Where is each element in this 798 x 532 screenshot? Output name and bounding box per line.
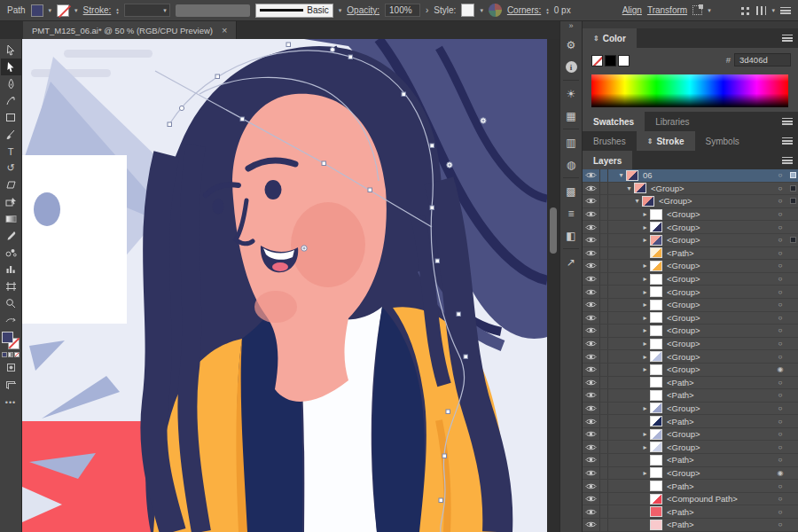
expand-chevron-icon[interactable]: ▸ bbox=[640, 288, 650, 296]
target-circle-icon[interactable]: ○ bbox=[773, 353, 787, 361]
layer-row[interactable]: ▸ <Group> ○ bbox=[583, 338, 798, 351]
layer-row[interactable]: ▾ <Group> ○ bbox=[583, 195, 798, 208]
brush-caret-icon[interactable]: ▾ bbox=[339, 7, 342, 14]
layer-label[interactable]: <Group> bbox=[667, 468, 773, 478]
layer-row[interactable]: ▸ <Group> ○ bbox=[583, 350, 798, 364]
expand-chevron-icon[interactable]: ▸ bbox=[640, 223, 650, 231]
layer-label[interactable]: <Group> bbox=[667, 209, 773, 219]
layer-label[interactable]: <Path> bbox=[667, 417, 773, 426]
layer-thumbnail[interactable] bbox=[650, 481, 662, 491]
lock-column[interactable] bbox=[600, 415, 608, 427]
expand-chevron-icon[interactable]: ▸ bbox=[640, 340, 650, 348]
scrollbar-thumb[interactable] bbox=[550, 207, 557, 254]
layer-label[interactable]: <Path> bbox=[667, 248, 773, 258]
stroke-caret-icon[interactable]: ▾ bbox=[74, 7, 78, 14]
layer-label[interactable]: <Group> bbox=[667, 235, 773, 245]
opacity-value-field[interactable]: 100% bbox=[385, 4, 420, 17]
target-circle-icon[interactable]: ○ bbox=[773, 391, 787, 399]
layer-thumbnail[interactable] bbox=[650, 403, 662, 413]
color-button[interactable] bbox=[2, 352, 7, 357]
lock-column[interactable] bbox=[600, 195, 608, 207]
stroke-profile-control[interactable] bbox=[176, 4, 250, 17]
visibility-eye-icon[interactable] bbox=[583, 364, 600, 376]
expand-chevron-icon[interactable]: ▸ bbox=[640, 404, 650, 412]
layer-thumbnail[interactable] bbox=[650, 235, 662, 246]
paintbrush-tool[interactable] bbox=[1, 126, 21, 143]
target-circle-icon[interactable]: ○ bbox=[773, 184, 787, 192]
target-circle-icon[interactable]: ○ bbox=[773, 236, 787, 244]
target-circle-icon[interactable]: ○ bbox=[773, 314, 787, 322]
layer-thumbnail[interactable] bbox=[650, 339, 662, 349]
lock-column[interactable] bbox=[600, 286, 608, 298]
layer-label[interactable]: <Group> bbox=[667, 339, 773, 348]
arrange-documents-icon[interactable] bbox=[756, 6, 766, 15]
color-panel-menu-icon[interactable] bbox=[782, 35, 793, 42]
target-circle-icon[interactable]: ○ bbox=[773, 379, 787, 387]
layer-row[interactable]: ▸ <Group> ○ bbox=[583, 325, 798, 338]
expand-chevron-icon[interactable]: ▸ bbox=[640, 210, 650, 218]
layer-row[interactable]: ▸ <Group> ◉ bbox=[583, 364, 798, 377]
layer-row[interactable]: ▸ <Group> ○ bbox=[583, 441, 798, 454]
lock-column[interactable] bbox=[600, 403, 608, 415]
lock-column[interactable] bbox=[600, 441, 608, 453]
visibility-eye-icon[interactable] bbox=[583, 389, 600, 402]
tab-stroke[interactable]: ⇕ Stroke bbox=[637, 131, 695, 151]
lock-column[interactable] bbox=[600, 260, 608, 272]
layer-row[interactable]: <Path> ○ bbox=[583, 480, 798, 493]
lock-column[interactable] bbox=[600, 364, 608, 376]
layer-row[interactable]: <Path> ○ bbox=[583, 247, 798, 261]
visibility-eye-icon[interactable] bbox=[583, 312, 600, 325]
lock-column[interactable] bbox=[600, 338, 608, 350]
transform-reference-icon[interactable] bbox=[692, 5, 702, 15]
visibility-eye-icon[interactable] bbox=[583, 247, 600, 260]
tab-swatches[interactable]: Swatches bbox=[583, 112, 645, 131]
selection-tool[interactable] bbox=[1, 42, 21, 59]
layer-thumbnail[interactable] bbox=[626, 170, 638, 181]
layer-thumbnail[interactable] bbox=[650, 364, 662, 375]
workspace-icon[interactable] bbox=[741, 7, 744, 10]
layer-thumbnail[interactable] bbox=[650, 274, 662, 285]
layer-row[interactable]: ▾ 06 ○ bbox=[583, 169, 798, 183]
target-circle-icon[interactable]: ○ bbox=[773, 197, 787, 205]
layer-thumbnail[interactable] bbox=[650, 494, 662, 505]
transparency-panel-icon[interactable]: ▩ bbox=[560, 180, 582, 202]
properties-panel-icon[interactable]: ⚙ bbox=[560, 34, 582, 56]
recolor-artwork-icon[interactable] bbox=[489, 4, 502, 17]
layer-thumbnail[interactable] bbox=[650, 351, 662, 362]
tab-brushes[interactable]: Brushes bbox=[583, 131, 637, 151]
lock-column[interactable] bbox=[600, 273, 608, 286]
layer-label[interactable]: <Group> bbox=[667, 429, 773, 439]
layer-label[interactable]: 06 bbox=[643, 170, 773, 180]
visibility-eye-icon[interactable] bbox=[583, 454, 600, 466]
expand-chevron-icon[interactable]: ▸ bbox=[640, 443, 650, 451]
layer-thumbnail[interactable] bbox=[642, 196, 654, 207]
layer-row[interactable]: <Path> ○ bbox=[583, 389, 798, 403]
visibility-eye-icon[interactable] bbox=[583, 428, 600, 441]
visibility-eye-icon[interactable] bbox=[583, 415, 600, 427]
expand-chevron-icon[interactable]: ▸ bbox=[640, 275, 650, 283]
visibility-eye-icon[interactable] bbox=[583, 325, 600, 337]
visibility-eye-icon[interactable] bbox=[583, 221, 600, 233]
visibility-eye-icon[interactable] bbox=[583, 403, 600, 415]
visibility-eye-icon[interactable] bbox=[583, 377, 600, 389]
layer-thumbnail[interactable] bbox=[650, 520, 662, 530]
layer-label[interactable]: <Group> bbox=[667, 274, 773, 284]
target-circle-icon[interactable]: ○ bbox=[773, 418, 787, 426]
target-circle-icon[interactable]: ○ bbox=[773, 301, 787, 309]
visibility-eye-icon[interactable] bbox=[583, 195, 600, 207]
expand-chevron-icon[interactable]: ▸ bbox=[640, 314, 650, 322]
expand-chevron-icon[interactable]: ▾ bbox=[624, 184, 634, 192]
expand-chevron-icon[interactable]: ▸ bbox=[640, 262, 650, 270]
layer-row[interactable]: ▾ <Group> ○ bbox=[583, 183, 798, 196]
target-circle-icon[interactable]: ○ bbox=[773, 249, 787, 257]
panel-cycle-icon[interactable]: ⇕ bbox=[647, 137, 653, 145]
transform-link[interactable]: Transform bbox=[647, 5, 687, 15]
layer-row[interactable]: <Path> ○ bbox=[583, 377, 798, 390]
layer-thumbnail[interactable] bbox=[650, 416, 662, 426]
lock-column[interactable] bbox=[600, 350, 608, 363]
layer-label[interactable]: <Group> bbox=[667, 287, 773, 297]
collapse-panels-icon[interactable]: » bbox=[568, 21, 573, 34]
expand-chevron-icon[interactable]: ▸ bbox=[640, 469, 650, 477]
layer-label[interactable]: <Group> bbox=[667, 261, 773, 270]
pathfinder-panel-icon[interactable]: ◧ bbox=[560, 224, 582, 246]
